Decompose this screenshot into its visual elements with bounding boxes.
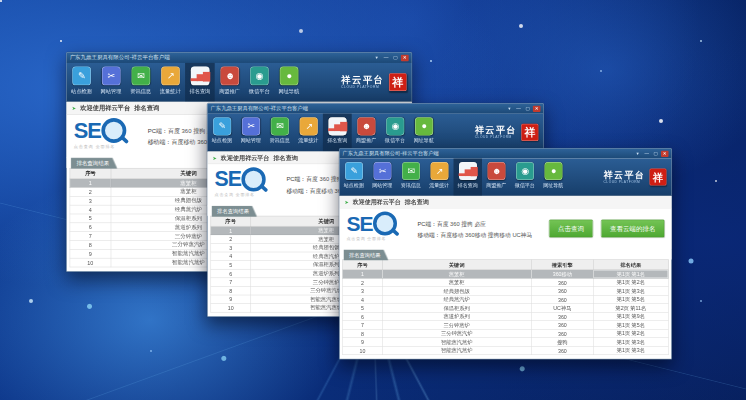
toolbar-item-7[interactable]: ◉微信平台 <box>381 114 410 151</box>
cell: 5 <box>343 304 382 313</box>
cell: 9 <box>70 249 111 258</box>
table-row[interactable]: 6蒸道炉系列360第1页 第9名 <box>343 312 669 321</box>
toolbar-item-1[interactable]: ✎站点检测 <box>208 114 237 151</box>
column-header[interactable]: 序号 <box>343 260 382 270</box>
titlebar-skin-button[interactable]: ▾ <box>634 150 642 157</box>
cell: 2 <box>343 278 382 287</box>
column-header[interactable]: 搜索引擎 <box>531 260 593 270</box>
table-row[interactable]: 4经典蒸汽炉360第1页 第5名 <box>343 295 669 304</box>
toolbar-item-1[interactable]: ✎站点检测 <box>340 159 369 196</box>
toolbar-item-1[interactable]: ✎站点检测 <box>67 63 97 101</box>
window-controls: ▾—▢✕ <box>373 54 409 61</box>
ranking-table: 序号关键词搜索引擎排名结果 1蒸笼柜360移动第1页 第1名2蒸笼柜360第1页… <box>343 260 669 356</box>
toolbar-item-3[interactable]: ✉资讯信息 <box>265 114 294 151</box>
column-header[interactable]: 序号 <box>211 216 251 226</box>
table-row[interactable]: 1蒸笼柜360移动第1页 第1名 <box>343 270 669 279</box>
seo-logo: SE 点击查询 全面排名 <box>215 167 280 205</box>
wechat-icon: ◉ <box>516 162 534 180</box>
seo-logo-row: SE <box>74 118 141 143</box>
cell: 2 <box>211 235 251 244</box>
toolbar-label: 微信平台 <box>385 137 405 144</box>
toolbar-item-4[interactable]: ↗流量统计 <box>294 114 323 151</box>
brand-text: 祥云平台 CLOUD PLATFORM <box>475 126 518 140</box>
titlebar-minimize-button[interactable]: — <box>515 105 523 112</box>
window-controls: ▾—▢✕ <box>506 105 541 112</box>
table-row[interactable]: 5保温柜系列UC神马第2页 第11名 <box>343 304 669 313</box>
brand-badge-icon: 祥 <box>521 124 538 141</box>
toolbar-item-8[interactable]: ●网址导航 <box>409 114 438 151</box>
table-row[interactable]: 3经典翅包饭360第1页 第3名 <box>343 287 669 296</box>
toolbar-label: 站点检测 <box>212 137 232 144</box>
table-row[interactable]: 10智能蒸汽蒸炉360第1页 第3名 <box>343 346 669 355</box>
toolbar-label: 商盟推广 <box>356 137 376 144</box>
view-cloud-ranking-button[interactable]: 查看云端的排名 <box>601 220 665 238</box>
titlebar-skin-button[interactable]: ▾ <box>506 105 514 112</box>
titlebar-maximize-button[interactable]: ▢ <box>392 54 400 61</box>
toolbar-item-4[interactable]: ↗流量统计 <box>425 159 454 196</box>
line-chart-icon: ↗ <box>161 67 180 86</box>
toolbar-item-4[interactable]: ↗流量统计 <box>155 63 185 101</box>
toolbar-item-2[interactable]: ✂网站管理 <box>368 159 397 196</box>
brand-logo: 祥云平台 CLOUD PLATFORM 祥 <box>604 159 672 196</box>
mouse-icon: ● <box>279 67 298 86</box>
titlebar-maximize-button[interactable]: ▢ <box>524 105 532 112</box>
toolbar-label: 网址导航 <box>414 137 434 144</box>
pc-engines: 百度 360 搜狗 必应 <box>437 221 486 227</box>
titlebar-close-button[interactable]: ✕ <box>533 105 541 112</box>
toolbar-item-5[interactable]: ▂▅▇排名查询 <box>185 63 215 101</box>
tab-ranking-results[interactable]: 排名查询结果 <box>71 158 118 169</box>
titlebar-skin-button[interactable]: ▾ <box>373 54 381 61</box>
titlebar-maximize-button[interactable]: ▢ <box>652 150 660 157</box>
action-buttons: 点击查询 查看云端的排名 <box>549 220 665 238</box>
table-body: 1蒸笼柜360移动第1页 第1名2蒸笼柜360第1页 第2名3经典翅包饭360第… <box>343 270 669 355</box>
titlebar-minimize-button[interactable]: — <box>382 54 390 61</box>
toolbar-item-6[interactable]: ☻商盟推广 <box>352 114 381 151</box>
toolbar-item-8[interactable]: ●网址导航 <box>274 63 304 101</box>
toolbar-item-2[interactable]: ✂网站管理 <box>96 63 126 101</box>
toolbar-label: 流量统计 <box>298 137 318 144</box>
toolbar-item-8[interactable]: ●网址导航 <box>539 159 568 196</box>
message-icon: ✉ <box>131 67 150 86</box>
toolbar-item-3[interactable]: ✉资讯信息 <box>126 63 156 101</box>
tab-ranking-results[interactable]: 排名查询结果 <box>212 206 258 217</box>
seo-logo: SE 点击查询 全面排名 <box>74 118 141 158</box>
column-header[interactable]: 序号 <box>70 168 111 178</box>
toolbar-label: 网站管理 <box>101 87 122 94</box>
mouse-icon: ● <box>544 162 562 180</box>
titlebar-close-button[interactable]: ✕ <box>661 150 669 157</box>
column-header[interactable]: 关键词 <box>382 260 531 270</box>
toolbar-item-3[interactable]: ✉资讯信息 <box>397 159 426 196</box>
toolbar-item-7[interactable]: ◉微信平台 <box>511 159 540 196</box>
toolbar-item-5[interactable]: ▂▅▇排名查询 <box>323 114 352 151</box>
cell: 6 <box>70 223 111 232</box>
toolbar-item-7[interactable]: ◉微信平台 <box>244 63 274 101</box>
query-button[interactable]: 点击查询 <box>549 220 593 238</box>
titlebar[interactable]: 广东九鼎王厨具有限公司-祥云平台客户端 ▾—▢✕ <box>208 104 544 114</box>
table-row[interactable]: 7三分钟蒸炉360第1页 第5名 <box>343 321 669 330</box>
titlebar[interactable]: 广东九鼎王厨具有限公司-祥云平台客户端 ▾—▢✕ <box>67 53 412 63</box>
toolbar-item-6[interactable]: ☻商盟推广 <box>215 63 245 101</box>
toolbar-item-5[interactable]: ▂▅▇排名查询 <box>454 159 483 196</box>
cell: 5 <box>211 261 251 270</box>
cell: 7 <box>70 232 111 241</box>
table-row[interactable]: 9智能蒸汽蒸炉搜狗第1页 第3名 <box>343 338 669 347</box>
cell: 蒸道炉系列 <box>382 312 531 321</box>
titlebar[interactable]: 广东九鼎王厨具有限公司-祥云平台客户端 ▾—▢✕ <box>340 149 672 159</box>
titlebar-close-button[interactable]: ✕ <box>401 54 409 61</box>
table-row[interactable]: 8三分钟蒸汽炉360第1页 第2名 <box>343 329 669 338</box>
table-row[interactable]: 2蒸笼柜360第1页 第2名 <box>343 278 669 287</box>
breadcrumb: ➤ 欢迎使用祥云平台 排名查询 <box>340 196 672 209</box>
cell: 第1页 第9名 <box>593 312 668 321</box>
toolbar-item-6[interactable]: ☻商盟推广 <box>482 159 511 196</box>
toolbar-item-2[interactable]: ✂网站管理 <box>236 114 265 151</box>
app-window: 广东九鼎王厨具有限公司-祥云平台客户端 ▾—▢✕ ✎站点检测✂网站管理✉资讯信息… <box>339 148 672 360</box>
titlebar-minimize-button[interactable]: — <box>643 150 651 157</box>
toolbar-label: 排名查询 <box>190 87 211 94</box>
cell: 第1页 第2名 <box>593 278 668 287</box>
cell: 第1页 第1名 <box>593 270 668 279</box>
column-header[interactable]: 排名结果 <box>593 260 668 270</box>
breadcrumb-welcome: 欢迎使用祥云平台 <box>353 198 401 207</box>
tab-ranking-results[interactable]: 排名查询结果 <box>344 250 389 261</box>
pc-label: PC端： <box>418 221 437 227</box>
cell: 360 <box>531 287 593 296</box>
